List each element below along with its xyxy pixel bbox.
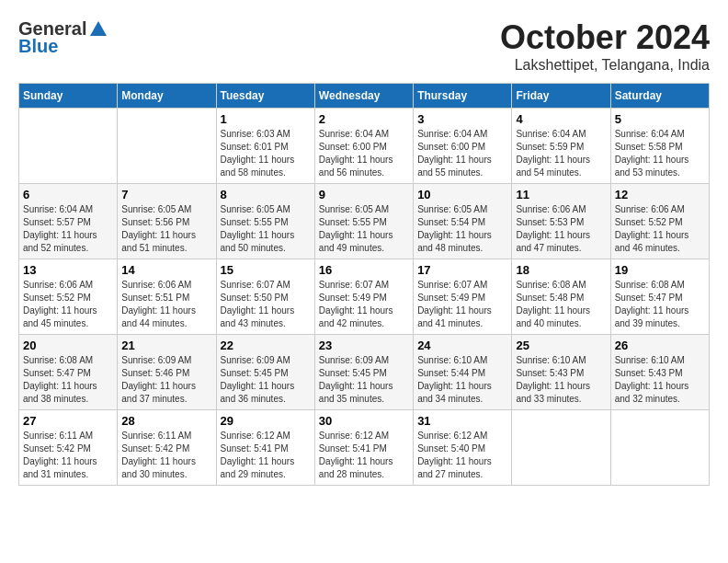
header-tuesday: Tuesday [216,84,314,109]
calendar-cell: 5Sunrise: 6:04 AMSunset: 5:58 PMDaylight… [610,109,709,184]
day-number: 14 [121,263,211,277]
calendar-body: 1Sunrise: 6:03 AMSunset: 6:01 PMDaylight… [19,109,710,486]
day-info: Sunrise: 6:06 AMSunset: 5:52 PMDaylight:… [23,279,113,330]
day-info: Sunrise: 6:05 AMSunset: 5:55 PMDaylight:… [319,203,409,255]
calendar-week-2: 6Sunrise: 6:04 AMSunset: 5:57 PMDaylight… [19,184,710,259]
calendar-cell: 10Sunrise: 6:05 AMSunset: 5:54 PMDayligh… [414,184,512,259]
day-number: 8 [221,188,311,201]
day-number: 21 [121,339,211,352]
calendar-cell: 11Sunrise: 6:06 AMSunset: 5:53 PMDayligh… [512,184,610,259]
calendar-cell: 28Sunrise: 6:11 AMSunset: 5:42 PMDayligh… [118,410,216,486]
day-number: 16 [319,263,409,277]
calendar-cell: 31Sunrise: 6:12 AMSunset: 5:40 PMDayligh… [414,410,512,486]
calendar-cell: 23Sunrise: 6:09 AMSunset: 5:45 PMDayligh… [314,335,413,410]
calendar-cell: 25Sunrise: 6:10 AMSunset: 5:43 PMDayligh… [512,335,610,410]
day-number: 25 [516,339,606,352]
day-info: Sunrise: 6:07 AMSunset: 5:49 PMDaylight:… [319,279,409,330]
day-number: 3 [417,112,507,126]
calendar-cell: 12Sunrise: 6:06 AMSunset: 5:52 PMDayligh… [610,184,709,259]
day-number: 15 [221,263,311,277]
day-info: Sunrise: 6:04 AMSunset: 6:00 PMDaylight:… [319,128,409,179]
day-info: Sunrise: 6:04 AMSunset: 6:00 PMDaylight:… [417,128,507,179]
day-number: 26 [615,339,705,352]
day-number: 28 [121,414,211,428]
calendar-cell [118,109,216,184]
calendar-table: Sunday Monday Tuesday Wednesday Thursday… [18,83,710,486]
day-info: Sunrise: 6:12 AMSunset: 5:41 PMDaylight:… [319,430,409,481]
calendar-cell: 17Sunrise: 6:07 AMSunset: 5:49 PMDayligh… [414,259,512,335]
day-info: Sunrise: 6:05 AMSunset: 5:55 PMDaylight:… [221,203,311,255]
day-info: Sunrise: 6:12 AMSunset: 5:41 PMDaylight:… [221,430,311,481]
svg-marker-0 [90,21,107,36]
day-number: 1 [221,112,311,126]
day-number: 30 [319,414,409,428]
day-info: Sunrise: 6:09 AMSunset: 5:45 PMDaylight:… [221,354,311,406]
day-info: Sunrise: 6:08 AMSunset: 5:47 PMDaylight:… [615,279,705,330]
header-monday: Monday [118,84,216,109]
day-info: Sunrise: 6:04 AMSunset: 5:59 PMDaylight:… [516,128,606,179]
day-info: Sunrise: 6:06 AMSunset: 5:51 PMDaylight:… [121,279,211,330]
day-number: 7 [121,188,211,201]
calendar-cell: 27Sunrise: 6:11 AMSunset: 5:42 PMDayligh… [19,410,118,486]
calendar-cell: 20Sunrise: 6:08 AMSunset: 5:47 PMDayligh… [19,335,118,410]
day-number: 18 [516,263,606,277]
calendar-cell: 2Sunrise: 6:04 AMSunset: 6:00 PMDaylight… [314,109,413,184]
day-info: Sunrise: 6:04 AMSunset: 5:58 PMDaylight:… [615,128,705,179]
day-info: Sunrise: 6:08 AMSunset: 5:48 PMDaylight:… [516,279,606,330]
calendar-cell: 29Sunrise: 6:12 AMSunset: 5:41 PMDayligh… [216,410,314,486]
day-info: Sunrise: 6:05 AMSunset: 5:54 PMDaylight:… [417,203,507,255]
header-wednesday: Wednesday [314,84,413,109]
header-saturday: Saturday [610,84,709,109]
day-info: Sunrise: 6:10 AMSunset: 5:43 PMDaylight:… [516,354,606,406]
day-number: 22 [221,339,311,352]
calendar-cell: 18Sunrise: 6:08 AMSunset: 5:48 PMDayligh… [512,259,610,335]
calendar-cell: 13Sunrise: 6:06 AMSunset: 5:52 PMDayligh… [19,259,118,335]
day-info: Sunrise: 6:05 AMSunset: 5:56 PMDaylight:… [121,203,211,255]
day-info: Sunrise: 6:03 AMSunset: 6:01 PMDaylight:… [221,128,311,179]
day-number: 20 [23,339,113,352]
calendar-cell: 15Sunrise: 6:07 AMSunset: 5:50 PMDayligh… [216,259,314,335]
day-number: 13 [23,263,113,277]
day-info: Sunrise: 6:06 AMSunset: 5:53 PMDaylight:… [516,203,606,255]
calendar-week-3: 13Sunrise: 6:06 AMSunset: 5:52 PMDayligh… [19,259,710,335]
calendar-cell: 26Sunrise: 6:10 AMSunset: 5:43 PMDayligh… [610,335,709,410]
day-info: Sunrise: 6:07 AMSunset: 5:49 PMDaylight:… [417,279,507,330]
header-sunday: Sunday [19,84,118,109]
calendar-cell: 7Sunrise: 6:05 AMSunset: 5:56 PMDaylight… [118,184,216,259]
day-number: 5 [615,112,705,126]
calendar-cell: 19Sunrise: 6:08 AMSunset: 5:47 PMDayligh… [610,259,709,335]
calendar-cell: 3Sunrise: 6:04 AMSunset: 6:00 PMDaylight… [414,109,512,184]
calendar-cell: 22Sunrise: 6:09 AMSunset: 5:45 PMDayligh… [216,335,314,410]
header-thursday: Thursday [414,84,512,109]
day-number: 31 [417,414,507,428]
day-number: 9 [319,188,409,201]
title-section: October 2024 Lakshettipet, Telangana, In… [500,18,710,74]
day-number: 27 [23,414,113,428]
day-info: Sunrise: 6:04 AMSunset: 5:57 PMDaylight:… [23,203,113,255]
day-info: Sunrise: 6:08 AMSunset: 5:47 PMDaylight:… [23,354,113,406]
day-info: Sunrise: 6:07 AMSunset: 5:50 PMDaylight:… [221,279,311,330]
day-info: Sunrise: 6:12 AMSunset: 5:40 PMDaylight:… [417,430,507,481]
logo-icon [88,19,108,40]
day-number: 4 [516,112,606,126]
calendar-cell [19,109,118,184]
calendar-cell: 30Sunrise: 6:12 AMSunset: 5:41 PMDayligh… [314,410,413,486]
day-info: Sunrise: 6:09 AMSunset: 5:46 PMDaylight:… [121,354,211,406]
day-number: 12 [615,188,705,201]
page-header: General Blue October 2024 Lakshettipet, … [18,18,710,74]
calendar-cell: 9Sunrise: 6:05 AMSunset: 5:55 PMDaylight… [314,184,413,259]
calendar-week-5: 27Sunrise: 6:11 AMSunset: 5:42 PMDayligh… [19,410,710,486]
day-number: 17 [417,263,507,277]
day-info: Sunrise: 6:11 AMSunset: 5:42 PMDaylight:… [23,430,113,481]
calendar-cell: 6Sunrise: 6:04 AMSunset: 5:57 PMDaylight… [19,184,118,259]
month-title: October 2024 [500,18,710,57]
calendar-week-4: 20Sunrise: 6:08 AMSunset: 5:47 PMDayligh… [19,335,710,410]
calendar-cell: 16Sunrise: 6:07 AMSunset: 5:49 PMDayligh… [314,259,413,335]
day-number: 23 [319,339,409,352]
day-number: 29 [221,414,311,428]
day-info: Sunrise: 6:09 AMSunset: 5:45 PMDaylight:… [319,354,409,406]
day-number: 2 [319,112,409,126]
day-info: Sunrise: 6:11 AMSunset: 5:42 PMDaylight:… [121,430,211,481]
day-number: 10 [417,188,507,201]
location-subtitle: Lakshettipet, Telangana, India [500,57,710,74]
